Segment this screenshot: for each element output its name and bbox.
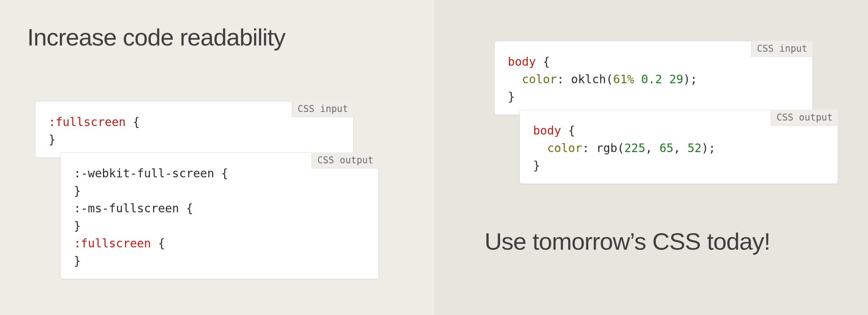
future-css-panel: CSS input body { color: oklch(61% 0.2 29…	[434, 0, 868, 315]
css-output-badge: CSS output	[771, 110, 838, 126]
future-code-area: CSS input body { color: oklch(61% 0.2 29…	[494, 41, 838, 184]
css-input-badge: CSS input	[751, 41, 813, 57]
future-css-input-box: CSS input body { color: oklch(61% 0.2 29…	[494, 41, 813, 115]
future-css-output-box: CSS output body { color: rgb(225, 65, 52…	[519, 110, 838, 184]
css-output-badge: CSS output	[312, 152, 379, 168]
css-input-badge: CSS input	[292, 101, 354, 117]
readability-code-area: CSS input :fullscreen { } CSS output :-w…	[35, 101, 379, 279]
readability-css-input-box: CSS input :fullscreen { }	[35, 101, 354, 158]
readability-heading: Increase code readability	[27, 23, 285, 51]
future-css-output-code: body { color: rgb(225, 65, 52); }	[533, 122, 824, 174]
readability-css-output-box: CSS output :-webkit-full-screen { } :-ms…	[60, 152, 379, 279]
future-css-input-code: body { color: oklch(61% 0.2 29); }	[508, 53, 799, 105]
readability-css-input-code: :fullscreen { }	[49, 113, 340, 148]
future-css-heading: Use tomorrow’s CSS today!	[485, 228, 770, 255]
readability-css-output-code: :-webkit-full-screen { } :-ms-fullscreen…	[74, 164, 365, 270]
readability-panel: Increase code readability CSS input :ful…	[0, 0, 434, 315]
